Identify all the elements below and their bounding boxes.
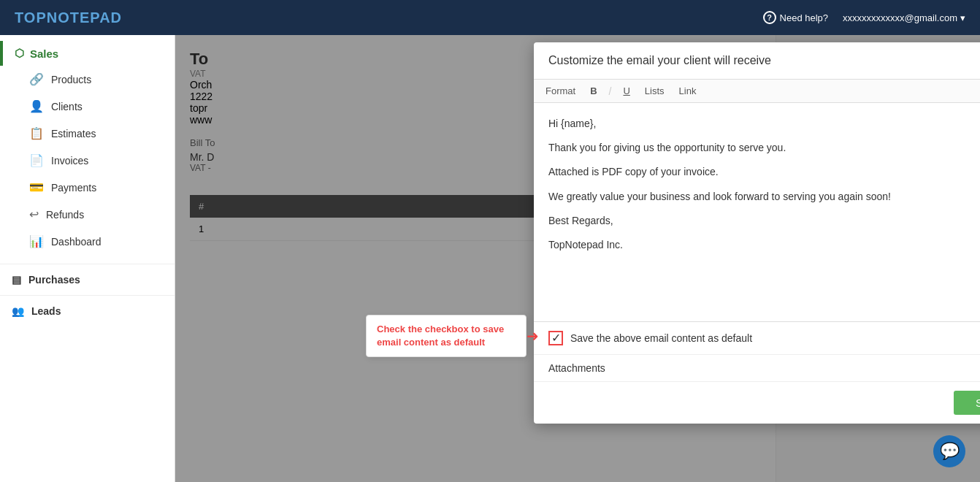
tooltip-text: Check the checkbox to save email content… (377, 324, 504, 348)
sidebar-item-estimates-label: Estimates (51, 128, 96, 139)
sidebar: ⬡ Sales 🔗 Products 👤 Clients 📋 Estimates… (0, 35, 175, 482)
sidebar-item-clients-label: Clients (51, 101, 83, 112)
modal-body: Format B / U Lists Link Hi {name}, Thank… (534, 80, 980, 382)
logo-text: TopNotepad (15, 9, 122, 26)
save-default-checkbox[interactable] (548, 331, 563, 345)
email-line6: TopNotepad Inc. (548, 236, 980, 254)
help-icon: ? (763, 11, 776, 24)
send-button[interactable]: Send (954, 391, 980, 415)
tooltip-arrow-icon: ➜ (527, 329, 539, 343)
sidebar-item-payments[interactable]: 💳 Payments (0, 174, 175, 201)
email-line5: Best Regards, (548, 212, 980, 230)
email-line3: Attached is PDF copy of your invoice. (548, 163, 980, 181)
chat-icon: 💬 (940, 442, 960, 461)
toolbar-format-button[interactable]: Format (543, 84, 578, 98)
email-line1: Hi {name}, (548, 115, 980, 133)
chevron-down-icon: ▾ (960, 12, 965, 23)
email-content-editor[interactable]: Hi {name}, Thank you for giving us the o… (534, 103, 980, 322)
user-email-dropdown[interactable]: xxxxxxxxxxxxx@gmail.com ▾ (843, 12, 965, 23)
bold-label: B (590, 85, 597, 96)
refunds-icon: ↩ (29, 207, 39, 221)
header-right: ? Need help? xxxxxxxxxxxxx@gmail.com ▾ (763, 11, 965, 24)
chat-bubble[interactable]: 💬 (933, 435, 965, 467)
need-help-label: Need help? (780, 12, 829, 23)
leads-icon: 👥 (12, 305, 24, 317)
save-default-row: Check the checkbox to save email content… (534, 322, 980, 355)
modal-header: Customize the email your client will rec… (534, 42, 980, 80)
sales-icon: ⬡ (15, 47, 24, 60)
sidebar-item-clients[interactable]: 👤 Clients (0, 93, 175, 120)
main-content: To VAT Orch 1222 topr www Bill To Mr. D (175, 35, 980, 482)
sidebar-item-payments-label: Payments (51, 182, 96, 194)
toolbar-divider-1: / (609, 85, 612, 97)
estimates-icon: 📋 (29, 126, 44, 140)
toolbar-link-button[interactable]: Link (676, 84, 700, 98)
sidebar-item-products[interactable]: 🔗 Products (0, 66, 175, 93)
sidebar-item-purchases[interactable]: ▤ Purchases (0, 267, 175, 292)
sidebar-item-leads[interactable]: 👥 Leads (0, 299, 175, 324)
sales-label: Sales (30, 47, 58, 60)
products-icon: 🔗 (29, 72, 44, 86)
email-customize-modal: Customize the email your client will rec… (534, 42, 980, 424)
sidebar-item-dashboard[interactable]: 📊 Dashboard (0, 228, 175, 255)
editor-toolbar: Format B / U Lists Link (534, 80, 980, 103)
clients-icon: 👤 (29, 99, 44, 113)
toolbar-lists-button[interactable]: Lists (642, 84, 667, 98)
payments-icon: 💳 (29, 180, 44, 194)
toolbar-bold-button[interactable]: B (587, 84, 600, 98)
sidebar-divider-2 (0, 295, 175, 296)
invoices-icon: 📄 (29, 153, 44, 167)
email-line4: We greatly value your business and look … (548, 188, 980, 206)
sidebar-divider-1 (0, 264, 175, 264)
sidebar-item-invoices-label: Invoices (51, 155, 88, 167)
sales-section-title[interactable]: ⬡ Sales (0, 41, 175, 66)
sidebar-item-refunds-label: Refunds (46, 209, 84, 221)
tooltip-box: Check the checkbox to save email content… (366, 315, 527, 357)
toolbar-underline-button[interactable]: U (620, 84, 632, 98)
sidebar-item-dashboard-label: Dashboard (51, 236, 102, 248)
header: TopNotepad ? Need help? xxxxxxxxxxxxx@gm… (0, 0, 980, 35)
sidebar-item-invoices[interactable]: 📄 Invoices (0, 147, 175, 174)
purchases-icon: ▤ (12, 274, 21, 286)
attachments-variables-row: Attachments Variables (534, 355, 980, 382)
dashboard-icon: 📊 (29, 234, 44, 248)
sidebar-item-estimates[interactable]: 📋 Estimates (0, 120, 175, 147)
email-line2: Thank you for giving us the opportunity … (548, 139, 980, 157)
underline-label: U (623, 85, 629, 96)
attachments-link[interactable]: Attachments (548, 362, 605, 374)
modal-title: Customize the email your client will rec… (548, 54, 771, 67)
sidebar-item-refunds[interactable]: ↩ Refunds (0, 201, 175, 228)
sales-section: ⬡ Sales 🔗 Products 👤 Clients 📋 Estimates… (0, 35, 175, 261)
user-email-text: xxxxxxxxxxxxx@gmail.com (843, 12, 957, 23)
sidebar-item-leads-label: Leads (31, 305, 61, 317)
need-help[interactable]: ? Need help? (763, 11, 829, 24)
layout: ⬡ Sales 🔗 Products 👤 Clients 📋 Estimates… (0, 35, 980, 482)
modal-footer: Send (534, 382, 980, 424)
sidebar-item-products-label: Products (51, 74, 91, 85)
logo: TopNotepad (15, 9, 122, 26)
save-default-label: Save the above email content as default (570, 332, 752, 344)
sidebar-item-purchases-label: Purchases (28, 274, 80, 286)
